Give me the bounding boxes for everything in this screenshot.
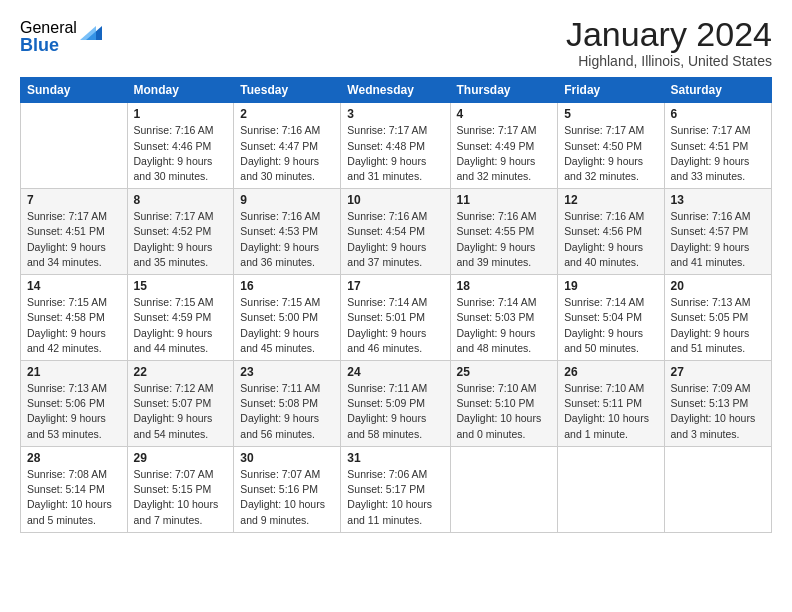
day-info: Sunrise: 7:15 AMSunset: 5:00 PMDaylight:…	[240, 295, 334, 356]
day-info: Sunrise: 7:14 AMSunset: 5:03 PMDaylight:…	[457, 295, 552, 356]
calendar-week-row: 28Sunrise: 7:08 AMSunset: 5:14 PMDayligh…	[21, 446, 772, 532]
day-number: 2	[240, 107, 334, 121]
day-info: Sunrise: 7:15 AMSunset: 4:58 PMDaylight:…	[27, 295, 121, 356]
day-info: Sunrise: 7:07 AMSunset: 5:15 PMDaylight:…	[134, 467, 228, 528]
calendar-header-row: Sunday Monday Tuesday Wednesday Thursday…	[21, 78, 772, 103]
day-info: Sunrise: 7:17 AMSunset: 4:52 PMDaylight:…	[134, 209, 228, 270]
day-info: Sunrise: 7:12 AMSunset: 5:07 PMDaylight:…	[134, 381, 228, 442]
day-number: 20	[671, 279, 765, 293]
col-saturday: Saturday	[664, 78, 771, 103]
header: General Blue January 2024 Highland, Illi…	[20, 16, 772, 69]
calendar-week-row: 1Sunrise: 7:16 AMSunset: 4:46 PMDaylight…	[21, 103, 772, 189]
day-number: 13	[671, 193, 765, 207]
table-row: 19Sunrise: 7:14 AMSunset: 5:04 PMDayligh…	[558, 275, 664, 361]
table-row	[450, 446, 558, 532]
table-row: 25Sunrise: 7:10 AMSunset: 5:10 PMDayligh…	[450, 361, 558, 447]
svg-marker-1	[80, 26, 96, 40]
day-info: Sunrise: 7:15 AMSunset: 4:59 PMDaylight:…	[134, 295, 228, 356]
table-row: 31Sunrise: 7:06 AMSunset: 5:17 PMDayligh…	[341, 446, 450, 532]
day-info: Sunrise: 7:11 AMSunset: 5:09 PMDaylight:…	[347, 381, 443, 442]
day-number: 14	[27, 279, 121, 293]
logo-icon	[80, 22, 102, 44]
col-sunday: Sunday	[21, 78, 128, 103]
col-friday: Friday	[558, 78, 664, 103]
day-number: 6	[671, 107, 765, 121]
table-row: 1Sunrise: 7:16 AMSunset: 4:46 PMDaylight…	[127, 103, 234, 189]
day-number: 12	[564, 193, 657, 207]
title-block: January 2024 Highland, Illinois, United …	[566, 16, 772, 69]
calendar-week-row: 14Sunrise: 7:15 AMSunset: 4:58 PMDayligh…	[21, 275, 772, 361]
day-number: 24	[347, 365, 443, 379]
table-row: 4Sunrise: 7:17 AMSunset: 4:49 PMDaylight…	[450, 103, 558, 189]
table-row: 24Sunrise: 7:11 AMSunset: 5:09 PMDayligh…	[341, 361, 450, 447]
table-row: 10Sunrise: 7:16 AMSunset: 4:54 PMDayligh…	[341, 189, 450, 275]
calendar-subtitle: Highland, Illinois, United States	[566, 53, 772, 69]
day-number: 15	[134, 279, 228, 293]
day-info: Sunrise: 7:10 AMSunset: 5:10 PMDaylight:…	[457, 381, 552, 442]
day-info: Sunrise: 7:11 AMSunset: 5:08 PMDaylight:…	[240, 381, 334, 442]
col-tuesday: Tuesday	[234, 78, 341, 103]
day-number: 27	[671, 365, 765, 379]
col-monday: Monday	[127, 78, 234, 103]
table-row: 28Sunrise: 7:08 AMSunset: 5:14 PMDayligh…	[21, 446, 128, 532]
day-info: Sunrise: 7:16 AMSunset: 4:56 PMDaylight:…	[564, 209, 657, 270]
calendar-table: Sunday Monday Tuesday Wednesday Thursday…	[20, 77, 772, 532]
table-row	[21, 103, 128, 189]
table-row: 8Sunrise: 7:17 AMSunset: 4:52 PMDaylight…	[127, 189, 234, 275]
table-row: 2Sunrise: 7:16 AMSunset: 4:47 PMDaylight…	[234, 103, 341, 189]
day-info: Sunrise: 7:16 AMSunset: 4:57 PMDaylight:…	[671, 209, 765, 270]
day-number: 28	[27, 451, 121, 465]
day-info: Sunrise: 7:17 AMSunset: 4:51 PMDaylight:…	[671, 123, 765, 184]
table-row: 16Sunrise: 7:15 AMSunset: 5:00 PMDayligh…	[234, 275, 341, 361]
day-number: 26	[564, 365, 657, 379]
day-info: Sunrise: 7:06 AMSunset: 5:17 PMDaylight:…	[347, 467, 443, 528]
day-number: 8	[134, 193, 228, 207]
table-row: 12Sunrise: 7:16 AMSunset: 4:56 PMDayligh…	[558, 189, 664, 275]
day-number: 18	[457, 279, 552, 293]
day-info: Sunrise: 7:16 AMSunset: 4:46 PMDaylight:…	[134, 123, 228, 184]
logo-text: General Blue	[20, 20, 77, 54]
day-info: Sunrise: 7:17 AMSunset: 4:50 PMDaylight:…	[564, 123, 657, 184]
table-row: 29Sunrise: 7:07 AMSunset: 5:15 PMDayligh…	[127, 446, 234, 532]
col-wednesday: Wednesday	[341, 78, 450, 103]
table-row: 9Sunrise: 7:16 AMSunset: 4:53 PMDaylight…	[234, 189, 341, 275]
day-number: 22	[134, 365, 228, 379]
calendar-title: January 2024	[566, 16, 772, 53]
table-row	[558, 446, 664, 532]
day-info: Sunrise: 7:16 AMSunset: 4:54 PMDaylight:…	[347, 209, 443, 270]
table-row: 21Sunrise: 7:13 AMSunset: 5:06 PMDayligh…	[21, 361, 128, 447]
day-info: Sunrise: 7:07 AMSunset: 5:16 PMDaylight:…	[240, 467, 334, 528]
day-number: 3	[347, 107, 443, 121]
day-info: Sunrise: 7:10 AMSunset: 5:11 PMDaylight:…	[564, 381, 657, 442]
table-row: 11Sunrise: 7:16 AMSunset: 4:55 PMDayligh…	[450, 189, 558, 275]
day-info: Sunrise: 7:14 AMSunset: 5:04 PMDaylight:…	[564, 295, 657, 356]
day-number: 9	[240, 193, 334, 207]
day-number: 7	[27, 193, 121, 207]
logo-general: General	[20, 20, 77, 36]
day-number: 29	[134, 451, 228, 465]
day-number: 19	[564, 279, 657, 293]
day-number: 21	[27, 365, 121, 379]
day-info: Sunrise: 7:13 AMSunset: 5:06 PMDaylight:…	[27, 381, 121, 442]
table-row	[664, 446, 771, 532]
day-number: 23	[240, 365, 334, 379]
day-number: 31	[347, 451, 443, 465]
table-row: 23Sunrise: 7:11 AMSunset: 5:08 PMDayligh…	[234, 361, 341, 447]
table-row: 14Sunrise: 7:15 AMSunset: 4:58 PMDayligh…	[21, 275, 128, 361]
day-info: Sunrise: 7:17 AMSunset: 4:51 PMDaylight:…	[27, 209, 121, 270]
day-number: 17	[347, 279, 443, 293]
day-info: Sunrise: 7:17 AMSunset: 4:49 PMDaylight:…	[457, 123, 552, 184]
table-row: 7Sunrise: 7:17 AMSunset: 4:51 PMDaylight…	[21, 189, 128, 275]
table-row: 13Sunrise: 7:16 AMSunset: 4:57 PMDayligh…	[664, 189, 771, 275]
table-row: 22Sunrise: 7:12 AMSunset: 5:07 PMDayligh…	[127, 361, 234, 447]
day-info: Sunrise: 7:13 AMSunset: 5:05 PMDaylight:…	[671, 295, 765, 356]
table-row: 15Sunrise: 7:15 AMSunset: 4:59 PMDayligh…	[127, 275, 234, 361]
logo-blue: Blue	[20, 36, 77, 54]
table-row: 20Sunrise: 7:13 AMSunset: 5:05 PMDayligh…	[664, 275, 771, 361]
day-info: Sunrise: 7:14 AMSunset: 5:01 PMDaylight:…	[347, 295, 443, 356]
table-row: 30Sunrise: 7:07 AMSunset: 5:16 PMDayligh…	[234, 446, 341, 532]
table-row: 5Sunrise: 7:17 AMSunset: 4:50 PMDaylight…	[558, 103, 664, 189]
day-number: 16	[240, 279, 334, 293]
page: General Blue January 2024 Highland, Illi…	[0, 0, 792, 612]
day-number: 30	[240, 451, 334, 465]
